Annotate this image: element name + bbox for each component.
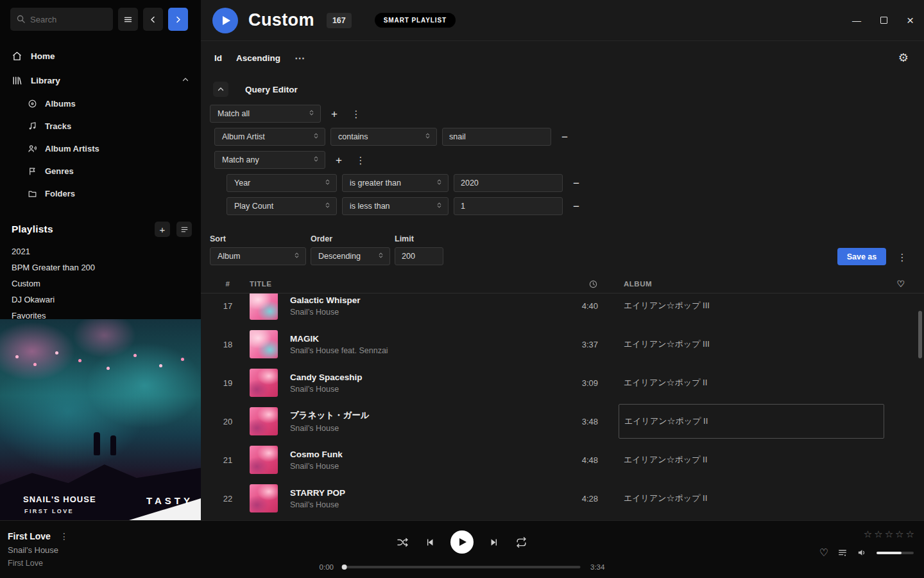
remove-rule-button[interactable]: − — [568, 198, 585, 215]
column-header-title[interactable]: TITLE — [246, 280, 553, 288]
table-row[interactable]: 19 Candy Spaceship Snail’s House 3:09 エイ… — [201, 363, 924, 402]
column-header-favorite[interactable]: ♡ — [886, 279, 916, 289]
play-pause-button[interactable] — [450, 530, 474, 554]
nav-back-button[interactable] — [143, 8, 163, 31]
track-number: 17 — [210, 301, 246, 311]
sidebar-item-albums[interactable]: Albums — [0, 92, 201, 115]
gear-icon[interactable]: ⚙ — [898, 51, 909, 65]
playlist-item[interactable]: BPM Greater than 200 — [0, 259, 201, 276]
rule-group-menu-button[interactable]: ⋮ — [352, 152, 369, 168]
repeat-button[interactable] — [515, 536, 527, 548]
remove-rule-button[interactable]: − — [556, 128, 573, 145]
previous-track-button[interactable] — [424, 537, 435, 548]
scrollbar-thumb[interactable] — [918, 311, 922, 358]
queue-button[interactable] — [837, 548, 848, 558]
track-artist: Snail’s House — [290, 308, 553, 317]
sidebar-item-folders[interactable]: Folders — [0, 182, 201, 205]
table-row[interactable]: 20 プラネット・ガール Snail’s House 3:48 エイリアン☆ポッ… — [201, 402, 924, 441]
column-header-album[interactable]: ALBUM — [598, 280, 886, 288]
player-right-controls: ♡ — [819, 547, 914, 559]
column-header-duration[interactable] — [553, 279, 598, 289]
rule-operator-select[interactable]: is greater than — [342, 174, 449, 192]
maximize-button[interactable] — [880, 17, 887, 24]
add-rule-button[interactable]: + — [326, 105, 343, 122]
artwork-lanterns — [15, 355, 19, 358]
table-row[interactable]: 21 Cosmo Funk Snail’s House 4:48 エイリアン☆ポ… — [201, 441, 924, 479]
sort-field-button[interactable]: Id — [214, 53, 222, 63]
playlist-item[interactable]: 2021 — [0, 243, 201, 259]
seek-handle[interactable] — [342, 565, 347, 570]
collapse-query-editor-button[interactable] — [213, 82, 228, 97]
track-album-selected[interactable]: エイリアン☆ポップ II — [598, 402, 886, 441]
table-row[interactable]: 22 STARRY POP Snail’s House 4:28 エイリアン☆ポ… — [201, 479, 924, 518]
sidebar-item-library[interactable]: Library — [0, 68, 201, 92]
volume-slider[interactable] — [877, 552, 914, 554]
rule-field-select[interactable]: Play Count — [227, 197, 337, 215]
sidebar-item-tracks[interactable]: Tracks — [0, 115, 201, 137]
match-type-select[interactable]: Match all — [210, 105, 321, 123]
now-playing-artwork[interactable]: SNAIL'S HOUSE FIRST LOVE TASTY — [0, 319, 201, 520]
collapse-chevron-icon[interactable] — [182, 76, 189, 85]
star-icon[interactable]: ☆ — [885, 529, 893, 540]
album-edit-box: エイリアン☆ポップ II — [619, 404, 884, 439]
nav-forward-button[interactable] — [168, 8, 188, 31]
volume-button[interactable] — [857, 547, 868, 558]
column-header-number[interactable]: # — [210, 280, 246, 288]
group-match-type-select[interactable]: Match any — [214, 151, 325, 169]
favorite-button[interactable]: ♡ — [819, 547, 828, 559]
track-duration: 3:37 — [553, 340, 598, 349]
search-input[interactable] — [10, 8, 113, 31]
rule-field-select[interactable]: Album Artist — [214, 128, 325, 146]
playlist-item[interactable]: DJ Okawari — [0, 292, 201, 308]
rule-field-select[interactable]: Year — [227, 174, 337, 192]
save-menu-button[interactable]: ⋮ — [894, 249, 911, 265]
search-icon — [16, 14, 26, 26]
add-rule-button[interactable]: + — [330, 152, 347, 168]
next-track-button[interactable] — [489, 537, 500, 548]
star-icon[interactable]: ☆ — [895, 529, 903, 540]
track-artist: Snail’s House — [290, 385, 553, 394]
more-options-button[interactable]: ⋯ — [295, 52, 305, 64]
limit-input[interactable] — [395, 247, 443, 265]
sidebar-item-genres[interactable]: Genres — [0, 160, 201, 182]
table-row[interactable]: 17 Galactic Whisper Snail’s House 4:40 エ… — [201, 293, 924, 325]
sort-direction-button[interactable]: Ascending — [236, 53, 280, 63]
select-arrows-icon — [293, 252, 300, 261]
playlist-item[interactable]: Custom — [0, 276, 201, 292]
star-icon[interactable]: ☆ — [906, 529, 914, 540]
sidebar-item-album-artists[interactable]: Album Artists — [0, 137, 201, 160]
track-duration: 3:48 — [553, 417, 598, 426]
table-body: 17 Galactic Whisper Snail’s House 4:40 エ… — [201, 293, 924, 520]
rule-value-input[interactable] — [442, 128, 551, 146]
rule-value-input[interactable] — [454, 174, 563, 192]
rule-group-menu-button[interactable]: ⋮ — [348, 105, 364, 122]
track-duration: 4:48 — [553, 455, 598, 465]
track-number: 20 — [210, 417, 246, 426]
star-icon[interactable]: ☆ — [864, 529, 872, 540]
save-as-button[interactable]: Save as — [837, 248, 886, 265]
library-icon — [12, 75, 22, 86]
add-playlist-button[interactable]: + — [155, 222, 170, 237]
play-playlist-button[interactable] — [212, 8, 238, 33]
table-row[interactable]: 18 MAGIK Snail’s House feat. Sennzai 3:3… — [201, 325, 924, 363]
rule-operator-select[interactable]: contains — [330, 128, 437, 146]
sort-by-select[interactable]: Album — [210, 247, 306, 265]
rule-value-input[interactable] — [454, 197, 563, 215]
shuffle-button[interactable] — [397, 536, 409, 548]
select-arrows-icon — [324, 202, 331, 211]
star-icon[interactable]: ☆ — [874, 529, 882, 540]
track-menu-button[interactable]: ⋮ — [60, 531, 69, 541]
playlist-options-button[interactable] — [176, 222, 192, 237]
play-icon — [459, 538, 466, 546]
chevron-right-icon — [173, 15, 183, 24]
rule-operator-select[interactable]: is less than — [342, 197, 449, 215]
close-button[interactable]: × — [907, 14, 914, 26]
seek-bar[interactable] — [343, 566, 581, 568]
select-arrows-icon — [436, 179, 443, 188]
order-select[interactable]: Descending — [311, 247, 390, 265]
sidebar-item-home[interactable]: Home — [0, 44, 201, 68]
menu-button[interactable] — [118, 8, 138, 31]
select-arrows-icon — [436, 202, 443, 211]
minimize-button[interactable]: — — [852, 16, 861, 25]
remove-rule-button[interactable]: − — [568, 175, 585, 191]
